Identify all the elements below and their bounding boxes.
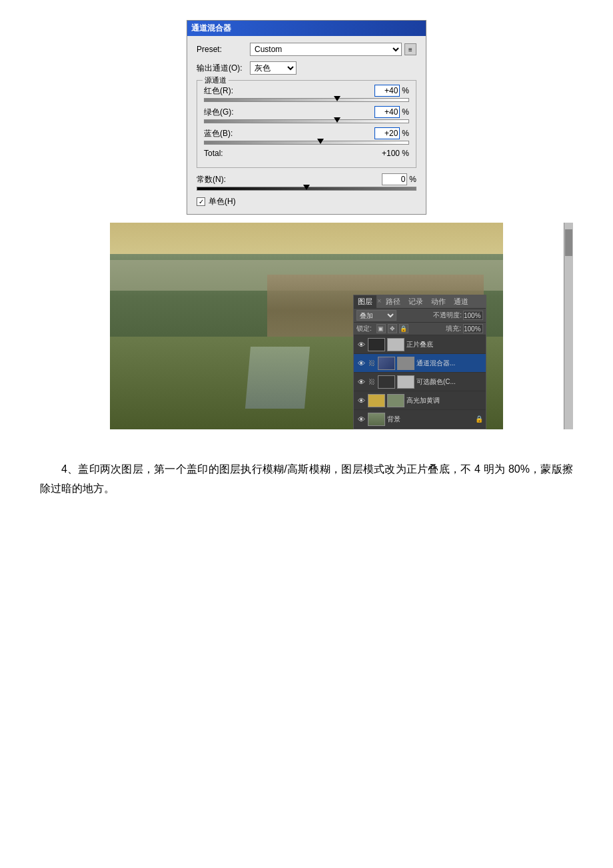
fill-input[interactable]	[463, 324, 483, 333]
output-channel-row: 输出通道(O): 灰色	[197, 61, 416, 75]
tab-channels[interactable]: 通道	[450, 295, 472, 308]
layer-eye-selective[interactable]: 👁	[356, 378, 366, 386]
green-input-wrap: +40 %	[374, 106, 409, 118]
source-channels-group: 源通道 红色(R): +40 %	[197, 80, 416, 168]
lock-position-btn[interactable]: ✥	[388, 324, 397, 333]
preset-label: Preset:	[197, 45, 250, 54]
layer-chain-mixer: ⛓	[368, 359, 376, 367]
layer-name-multiply: 正片叠底	[406, 340, 483, 349]
lock-pixels-btn[interactable]: ▣	[376, 324, 386, 333]
layer-eye-highlight[interactable]: 👁	[356, 397, 366, 405]
blue-slider-thumb[interactable]	[317, 139, 324, 144]
body-text: 4、盖印两次图层，第一个盖印的图层执行模糊/高斯模糊，图层模式改为正片叠底，不 …	[0, 460, 613, 499]
green-pct: %	[402, 107, 409, 117]
layers-panel: 图层 × 路径 记录 动作 通道 叠加 不透明度: 锁定: ▣ ✥ 🔒	[353, 295, 486, 429]
total-row: Total: +100 %	[204, 149, 409, 158]
blue-input-wrap: +20 %	[374, 127, 409, 139]
layer-lock-icon: 🔒	[475, 415, 483, 423]
total-label: Total:	[204, 149, 223, 158]
layers-tabs: 图层 × 路径 记录 动作 通道	[354, 295, 486, 309]
dialog-title: 通道混合器	[191, 23, 231, 33]
red-label-row: 红色(R): +40 %	[204, 85, 409, 97]
river-layer	[245, 347, 309, 409]
layer-row-selective[interactable]: 👁 ⛓ 可选颜色(C...	[354, 373, 486, 391]
layer-mask-mixer	[397, 357, 414, 370]
red-input[interactable]: +40	[374, 85, 400, 97]
layer-row-multiply[interactable]: 👁 正片叠底	[354, 335, 486, 354]
layer-thumb-mixer	[378, 357, 395, 370]
constant-pct: %	[409, 175, 416, 184]
layer-thumb-multiply	[368, 338, 385, 351]
layer-thumb-background	[368, 413, 385, 426]
source-group-label: 源通道	[203, 75, 229, 85]
blue-label: 蓝色(B):	[204, 128, 233, 139]
opacity-input[interactable]	[463, 311, 483, 320]
layer-row-mixer[interactable]: 👁 ⛓ 通道混合器...	[354, 354, 486, 373]
tab-paths[interactable]: 路径	[382, 295, 404, 308]
blend-mode-select[interactable]: 叠加	[356, 310, 396, 321]
red-slider-track[interactable]	[204, 98, 409, 102]
lock-label: 锁定:	[356, 324, 372, 333]
layer-chain-selective: ⛓	[368, 378, 376, 385]
dialog-titlebar: 通道混合器	[187, 21, 426, 36]
constant-slider-thumb[interactable]	[303, 185, 310, 190]
layer-name-background: 背景	[387, 415, 473, 424]
tab-layers[interactable]: 图层	[354, 295, 376, 308]
blue-label-row: 蓝色(B): +20 %	[204, 127, 409, 139]
monochrome-label: 单色(H)	[209, 196, 236, 207]
output-select[interactable]: 灰色	[250, 61, 297, 75]
blue-channel-row: 蓝色(B): +20 %	[204, 127, 409, 145]
preset-row: Preset: Custom ≡	[197, 43, 416, 56]
dialog-body: Preset: Custom ≡ 输出通道(O): 灰色 源通道	[187, 36, 426, 214]
image-section: 图层 × 路径 记录 动作 通道 叠加 不透明度: 锁定: ▣ ✥ 🔒	[40, 223, 573, 429]
layer-name-mixer: 通道混合器...	[416, 359, 483, 368]
tab-actions[interactable]: 动作	[427, 295, 450, 308]
red-label: 红色(R):	[204, 85, 233, 97]
layer-thumb-selective	[378, 375, 395, 389]
red-slider-thumb[interactable]	[334, 96, 340, 101]
red-input-wrap: +40 %	[374, 85, 409, 97]
layer-name-selective: 可选颜色(C...	[416, 377, 483, 387]
channel-mixer-dialog: 通道混合器 Preset: Custom ≡ 输出通道(O): 灰色	[187, 20, 426, 215]
layer-thumb-highlight	[368, 394, 385, 407]
tab-history[interactable]: 记录	[404, 295, 427, 308]
green-label-row: 绿色(G): +40 %	[204, 106, 409, 118]
lock-all-btn[interactable]: 🔒	[399, 324, 408, 333]
mode-opacity-row: 叠加 不透明度:	[354, 309, 486, 323]
constant-input[interactable]: 0	[382, 173, 407, 185]
layer-name-highlight: 高光加黄调	[406, 396, 483, 405]
blue-slider-track[interactable]	[204, 141, 409, 145]
blue-input[interactable]: +20	[374, 127, 400, 139]
monochrome-checkbox[interactable]: ✓	[197, 197, 205, 206]
blue-pct: %	[402, 129, 409, 138]
green-channel-row: 绿色(G): +40 %	[204, 106, 409, 123]
layer-eye-multiply[interactable]: 👁	[356, 341, 366, 349]
layer-mask-selective	[397, 375, 414, 389]
red-pct: %	[402, 86, 409, 95]
lock-fill-row: 锁定: ▣ ✥ 🔒 填充:	[354, 323, 486, 335]
constant-slider-track[interactable]	[197, 187, 416, 191]
green-slider-thumb[interactable]	[334, 117, 340, 123]
layer-eye-background[interactable]: 👁	[356, 415, 366, 423]
monochrome-row: ✓ 单色(H)	[197, 196, 416, 207]
output-label: 输出通道(O):	[197, 63, 250, 74]
layer-mask-multiply	[387, 338, 404, 351]
green-input[interactable]: +40	[374, 106, 400, 118]
body-paragraph: 4、盖印两次图层，第一个盖印的图层执行模糊/高斯模糊，图层模式改为正片叠底，不 …	[40, 460, 573, 499]
image-scrollbar[interactable]	[564, 223, 573, 429]
scrollbar-thumb[interactable]	[565, 229, 572, 256]
preset-menu-btn[interactable]: ≡	[404, 43, 416, 55]
dialog-wrapper: 通道混合器 Preset: Custom ≡ 输出通道(O): 灰色	[40, 20, 573, 215]
layer-row-highlight[interactable]: 👁 高光加黄调	[354, 391, 486, 410]
green-label: 绿色(G):	[204, 107, 234, 118]
layer-mask-highlight	[387, 394, 404, 407]
constant-label-row: 常数(N): 0 %	[197, 173, 416, 185]
red-channel-row: 红色(R): +40 %	[204, 85, 409, 102]
fill-label: 填充:	[446, 324, 461, 333]
layer-eye-mixer[interactable]: 👁	[356, 359, 366, 367]
opacity-label: 不透明度:	[433, 311, 462, 320]
preset-select[interactable]: Custom	[250, 43, 402, 56]
total-value: +100 %	[382, 149, 409, 158]
green-slider-track[interactable]	[204, 119, 409, 123]
layer-row-background[interactable]: 👁 背景 🔒	[354, 410, 486, 429]
